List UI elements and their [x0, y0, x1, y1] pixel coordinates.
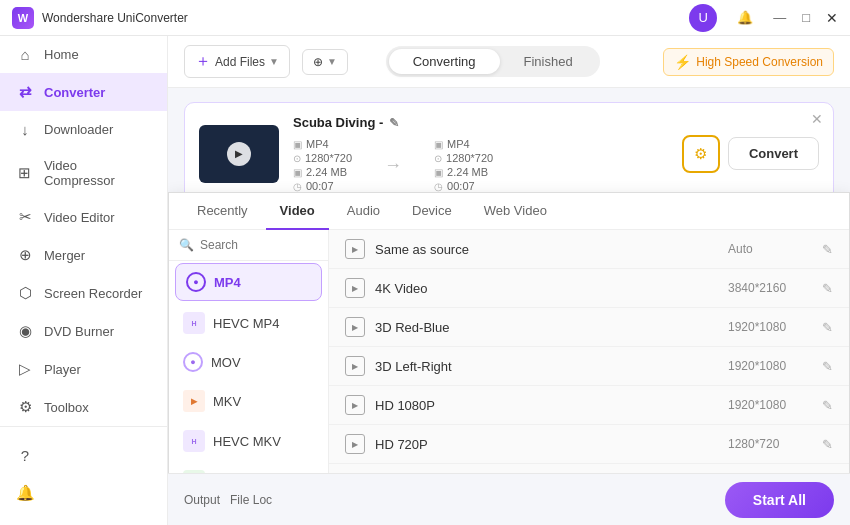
mp4-icon: ● [186, 272, 206, 292]
option-edit-4[interactable]: ✎ [822, 398, 833, 413]
option-play-icon-0: ▶ [345, 239, 365, 259]
sidebar-item-refresh[interactable]: ↺ [0, 512, 167, 525]
sidebar-item-converter[interactable]: ⇄ Converter [0, 73, 167, 111]
hevc-mkv-icon: H [183, 430, 205, 452]
file-thumbnail: ▶ [199, 125, 279, 183]
size-icon: ▣ [293, 167, 302, 178]
option-res-3: 1920*1080 [728, 359, 808, 373]
source-duration-text: 00:07 [306, 180, 334, 192]
option-name-5: HD 720P [375, 437, 728, 452]
sidebar-item-screen-recorder[interactable]: ⬡ Screen Recorder [0, 274, 167, 312]
format-label-hevc-mp4: HEVC MP4 [213, 316, 279, 331]
dest-format-text: MP4 [447, 138, 470, 150]
option-3d-red-blue[interactable]: ▶ 3D Red-Blue 1920*1080 ✎ [329, 308, 849, 347]
option-name-2: 3D Red-Blue [375, 320, 728, 335]
sidebar-label-player: Player [44, 362, 81, 377]
sidebar-item-player[interactable]: ▷ Player [0, 350, 167, 388]
sidebar-item-downloader[interactable]: ↓ Downloader [0, 111, 167, 148]
sidebar-label-merger: Merger [44, 248, 85, 263]
add-chevron-icon: ▼ [269, 56, 279, 67]
format-item-mov[interactable]: ● MOV [169, 343, 328, 381]
player-icon: ▷ [16, 360, 34, 378]
main-content: ＋ Add Files ▼ ⊕ ▼ Converting Finished ⚡ … [168, 36, 850, 525]
option-4k-video[interactable]: ▶ 4K Video 3840*2160 ✎ [329, 269, 849, 308]
dest-res-icon: ⊙ [434, 153, 442, 164]
add-files-button[interactable]: ＋ Add Files ▼ [184, 45, 290, 78]
source-format: ▣ MP4 [293, 138, 352, 150]
titlebar-controls: U 🔔 — □ ✕ [689, 4, 838, 32]
sidebar-item-home[interactable]: ⌂ Home [0, 36, 167, 73]
search-icon: 🔍 [179, 238, 194, 252]
search-input[interactable] [200, 238, 318, 252]
source-size: ▣ 2.24 MB [293, 166, 352, 178]
dest-size-icon: ▣ [434, 167, 443, 178]
format-label-mp4: MP4 [214, 275, 241, 290]
maximize-button[interactable]: □ [802, 10, 810, 25]
bell-icon[interactable]: 🔔 [731, 4, 759, 32]
tab-video[interactable]: Video [266, 193, 329, 230]
option-hd-720p[interactable]: ▶ HD 720P 1280*720 ✎ [329, 425, 849, 464]
format-icon: ▣ [293, 139, 302, 150]
format-item-hevc-mp4[interactable]: H HEVC MP4 [169, 303, 328, 343]
dest-meta: ▣ MP4 ⊙ 1280*720 ▣ 2.24 MB [434, 138, 493, 192]
sidebar-item-video-editor[interactable]: ✂ Video Editor [0, 198, 167, 236]
sidebar-item-video-compressor[interactable]: ⊞ Video Compressor [0, 148, 167, 198]
help-icon: ? [16, 447, 34, 464]
resolution-icon: ⊙ [293, 153, 301, 164]
search-box: 🔍 [169, 230, 328, 261]
user-avatar[interactable]: U [689, 4, 717, 32]
merger-icon: ⊕ [16, 246, 34, 264]
video-editor-icon: ✂ [16, 208, 34, 226]
option-edit-3[interactable]: ✎ [822, 359, 833, 374]
option-name-4: HD 1080P [375, 398, 728, 413]
source-size-text: 2.24 MB [306, 166, 347, 178]
tab-recently[interactable]: Recently [183, 193, 262, 230]
option-hd-1080p[interactable]: ▶ HD 1080P 1920*1080 ✎ [329, 386, 849, 425]
minimize-button[interactable]: — [773, 10, 786, 25]
option-play-icon-3: ▶ [345, 356, 365, 376]
tab-converting[interactable]: Converting [389, 49, 500, 74]
tab-device[interactable]: Device [398, 193, 466, 230]
sidebar-item-merger[interactable]: ⊕ Merger [0, 236, 167, 274]
option-edit-1[interactable]: ✎ [822, 281, 833, 296]
file-close-button[interactable]: ✕ [811, 111, 823, 127]
toolbox-icon: ⚙ [16, 398, 34, 416]
high-speed-button[interactable]: ⚡ High Speed Conversion [663, 48, 834, 76]
start-all-button[interactable]: Start All [725, 482, 834, 518]
speed-label: High Speed Conversion [696, 55, 823, 69]
format-tabs: Recently Video Audio Device Web Video [169, 193, 849, 230]
settings-icon-button[interactable]: ⚙ [682, 135, 720, 173]
option-same-as-source[interactable]: ▶ Same as source Auto ✎ [329, 230, 849, 269]
dest-size: ▣ 2.24 MB [434, 166, 493, 178]
converter-icon: ⇄ [16, 83, 34, 101]
speed-icon: ⚡ [674, 54, 691, 70]
sidebar-item-toolbox[interactable]: ⚙ Toolbox [0, 388, 167, 426]
format-label-mov: MOV [211, 355, 241, 370]
option-edit-2[interactable]: ✎ [822, 320, 833, 335]
format-item-mkv[interactable]: ▶ MKV [169, 381, 328, 421]
convert-settings: ⚙ Convert [682, 135, 819, 173]
option-edit-0[interactable]: ✎ [822, 242, 833, 257]
tab-audio[interactable]: Audio [333, 193, 394, 230]
sidebar-item-help[interactable]: ? [0, 437, 167, 474]
close-button[interactable]: ✕ [826, 10, 838, 26]
edit-filename-icon[interactable]: ✎ [389, 116, 399, 130]
format-item-mp4[interactable]: ● MP4 [175, 263, 322, 301]
source-resolution-text: 1280*720 [305, 152, 352, 164]
convert-button[interactable]: Convert [728, 137, 819, 170]
file-info: Scuba Diving - ✎ ▣ MP4 ⊙ 1280*720 [293, 115, 668, 192]
sidebar-bottom: ? 🔔 ↺ [0, 426, 167, 525]
titlebar: W Wondershare UniConverter U 🔔 — □ ✕ [0, 0, 850, 36]
home-icon: ⌂ [16, 46, 34, 63]
tab-finished[interactable]: Finished [500, 49, 597, 74]
sidebar-item-dvd-burner[interactable]: ◉ DVD Burner [0, 312, 167, 350]
file-name-text: Scuba Diving - [293, 115, 383, 130]
option-edit-5[interactable]: ✎ [822, 437, 833, 452]
tab-web-video[interactable]: Web Video [470, 193, 561, 230]
option-3d-left-right[interactable]: ▶ 3D Left-Right 1920*1080 ✎ [329, 347, 849, 386]
sidebar-item-notifications[interactable]: 🔔 [0, 474, 167, 512]
play-button[interactable]: ▶ [227, 142, 251, 166]
format-item-hevc-mkv[interactable]: H HEVC MKV [169, 421, 328, 461]
file-card: ✕ ▶ Scuba Diving - ✎ ▣ MP4 [184, 102, 834, 205]
add-more-button[interactable]: ⊕ ▼ [302, 49, 348, 75]
